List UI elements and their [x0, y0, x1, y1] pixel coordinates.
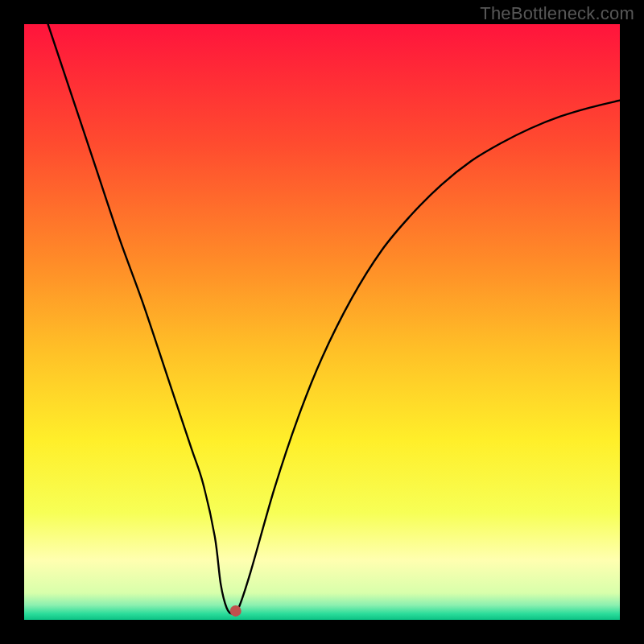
gradient-background — [24, 24, 620, 620]
chart-svg — [0, 0, 644, 644]
chart-frame: TheBottleneck.com — [0, 0, 644, 644]
watermark-text: TheBottleneck.com — [480, 3, 634, 24]
optimum-marker — [230, 605, 242, 617]
plot-area — [24, 24, 620, 620]
